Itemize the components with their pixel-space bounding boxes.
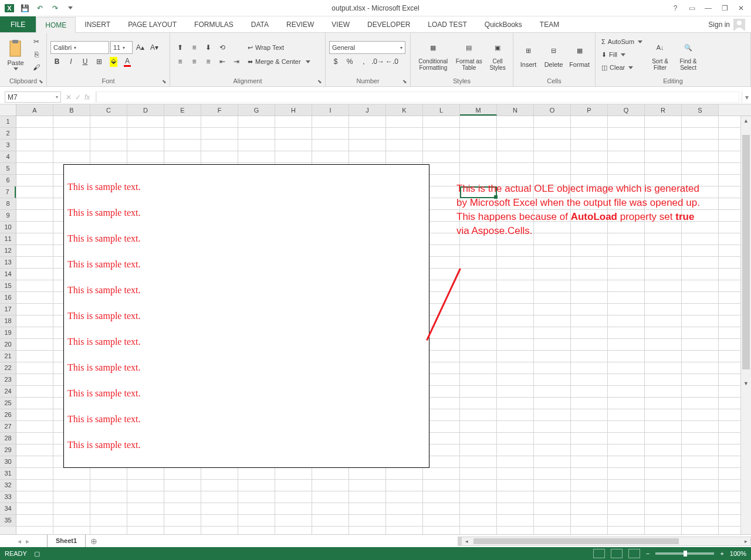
zoom-slider[interactable] <box>655 552 714 555</box>
find-select-button[interactable]: 🔍Find & Select <box>675 35 701 74</box>
row-header-32[interactable]: 32 <box>0 480 16 491</box>
tab-developer[interactable]: DEVELOPER <box>358 16 419 32</box>
column-header-E[interactable]: E <box>164 104 201 116</box>
help-icon[interactable]: ? <box>669 2 682 15</box>
tab-insert[interactable]: INSERT <box>76 16 119 32</box>
ribbon-options-icon[interactable]: ▭ <box>685 2 698 15</box>
row-header-30[interactable]: 30 <box>0 456 16 468</box>
restore-button[interactable]: ❐ <box>718 2 731 15</box>
number-format-combo[interactable]: General▾ <box>329 41 405 54</box>
scroll-left-icon[interactable]: ◂ <box>462 538 471 544</box>
row-header-1[interactable]: 1 <box>0 116 16 128</box>
row-header-13[interactable]: 13 <box>0 257 16 269</box>
row-header-26[interactable]: 26 <box>0 409 16 421</box>
column-header-O[interactable]: O <box>534 104 571 116</box>
border-icon[interactable]: ⊞ <box>93 55 106 68</box>
alignment-dialog-icon[interactable]: ⬊ <box>316 78 323 85</box>
format-painter-icon[interactable]: 🖌 <box>30 61 43 74</box>
row-header-6[interactable]: 6 <box>0 175 16 186</box>
spreadsheet-grid[interactable]: This is sample text.This is sample text.… <box>16 116 751 534</box>
column-header-L[interactable]: L <box>423 104 460 116</box>
paste-button[interactable]: Paste <box>4 35 28 74</box>
format-as-table-button[interactable]: ▤Format as Table <box>455 35 483 74</box>
row-header-28[interactable]: 28 <box>0 433 16 444</box>
row-header-5[interactable]: 5 <box>0 163 16 175</box>
row-header-25[interactable]: 25 <box>0 398 16 409</box>
vertical-scrollbar[interactable]: ▲ ▼ <box>740 116 751 534</box>
autosum-button[interactable]: ΣAutoSum <box>599 35 645 48</box>
align-left-icon[interactable]: ≡ <box>174 55 187 68</box>
row-header-16[interactable]: 16 <box>0 292 16 304</box>
sign-in-link[interactable]: Sign in <box>702 16 751 32</box>
scroll-down-icon[interactable]: ▼ <box>741 379 751 388</box>
cancel-formula-icon[interactable]: ✕ <box>66 93 72 101</box>
tab-team[interactable]: TEAM <box>531 16 568 32</box>
underline-button[interactable]: U <box>79 55 92 68</box>
tab-home[interactable]: HOME <box>36 17 76 33</box>
zoom-level[interactable]: 100% <box>730 550 746 557</box>
column-header-C[interactable]: C <box>90 104 127 116</box>
row-header-29[interactable]: 29 <box>0 444 16 456</box>
align-bottom-icon[interactable]: ⬇ <box>202 41 215 54</box>
format-cells-button[interactable]: ▦Format <box>567 35 591 74</box>
percent-icon[interactable]: % <box>343 55 356 68</box>
increase-font-icon[interactable]: A▴ <box>134 41 147 54</box>
row-header-19[interactable]: 19 <box>0 327 16 339</box>
merge-center-button[interactable]: ⬌Merge & Center <box>245 55 313 68</box>
row-header-21[interactable]: 21 <box>0 351 16 362</box>
row-header-17[interactable]: 17 <box>0 304 16 315</box>
zoom-in-icon[interactable]: + <box>720 550 723 557</box>
minimize-button[interactable]: — <box>702 2 715 15</box>
tab-file[interactable]: FILE <box>0 16 36 32</box>
bold-button[interactable]: B <box>50 55 63 68</box>
fill-color-icon[interactable]: ⬙ <box>107 55 120 68</box>
zoom-out-icon[interactable]: − <box>646 550 649 557</box>
column-header-B[interactable]: B <box>53 104 90 116</box>
italic-button[interactable]: I <box>65 55 77 68</box>
column-header-R[interactable]: R <box>645 104 682 116</box>
tab-pagelayout[interactable]: PAGE LAYOUT <box>119 16 185 32</box>
enter-formula-icon[interactable]: ✓ <box>75 93 81 101</box>
redo-icon[interactable]: ↷ <box>48 2 62 15</box>
number-dialog-icon[interactable]: ⬊ <box>401 78 408 85</box>
column-header-P[interactable]: P <box>571 104 608 116</box>
save-icon[interactable]: 💾 <box>18 2 32 15</box>
qa-customize-icon[interactable] <box>63 2 77 15</box>
cut-icon[interactable]: ✂ <box>30 35 43 48</box>
row-header-23[interactable]: 23 <box>0 374 16 386</box>
decrease-indent-icon[interactable]: ⇤ <box>216 55 229 68</box>
decrease-font-icon[interactable]: A▾ <box>148 41 161 54</box>
row-header-31[interactable]: 31 <box>0 468 16 480</box>
column-header-S[interactable]: S <box>682 104 719 116</box>
column-header-J[interactable]: J <box>349 104 386 116</box>
increase-decimal-icon[interactable]: .0→ <box>371 55 384 68</box>
scroll-thumb[interactable] <box>742 135 750 369</box>
sheet-nav-next-icon[interactable]: ▸ <box>26 537 29 545</box>
tab-data[interactable]: DATA <box>242 16 278 32</box>
row-header-3[interactable]: 3 <box>0 140 16 151</box>
row-header-27[interactable]: 27 <box>0 421 16 433</box>
align-top-icon[interactable]: ⬆ <box>174 41 187 54</box>
wrap-text-button[interactable]: ↩Wrap Text <box>245 41 313 54</box>
row-header-18[interactable]: 18 <box>0 315 16 327</box>
row-header-34[interactable]: 34 <box>0 503 16 515</box>
font-name-combo[interactable]: Calibri▾ <box>50 41 109 54</box>
row-header-2[interactable]: 2 <box>0 128 16 140</box>
align-center-icon[interactable]: ≡ <box>188 55 201 68</box>
increase-indent-icon[interactable]: ⇥ <box>230 55 243 68</box>
orientation-icon[interactable]: ⟲ <box>216 41 229 54</box>
scroll-right-icon[interactable]: ▸ <box>741 538 750 544</box>
currency-icon[interactable]: $ <box>329 55 342 68</box>
row-header-33[interactable]: 33 <box>0 491 16 503</box>
name-box[interactable]: M7▾ <box>5 91 61 103</box>
insert-cells-button[interactable]: ⊞Insert <box>517 35 540 74</box>
row-header-20[interactable]: 20 <box>0 339 16 351</box>
view-normal-icon[interactable] <box>593 549 605 558</box>
fill-button[interactable]: ⬇Fill <box>599 48 645 61</box>
row-header-14[interactable]: 14 <box>0 269 16 280</box>
tab-view[interactable]: VIEW <box>323 16 358 32</box>
sheet-tab-sheet1[interactable]: Sheet1 <box>47 535 86 548</box>
new-sheet-button[interactable]: ⊕ <box>86 537 102 546</box>
column-header-I[interactable]: I <box>312 104 349 116</box>
formula-input[interactable] <box>96 91 739 103</box>
